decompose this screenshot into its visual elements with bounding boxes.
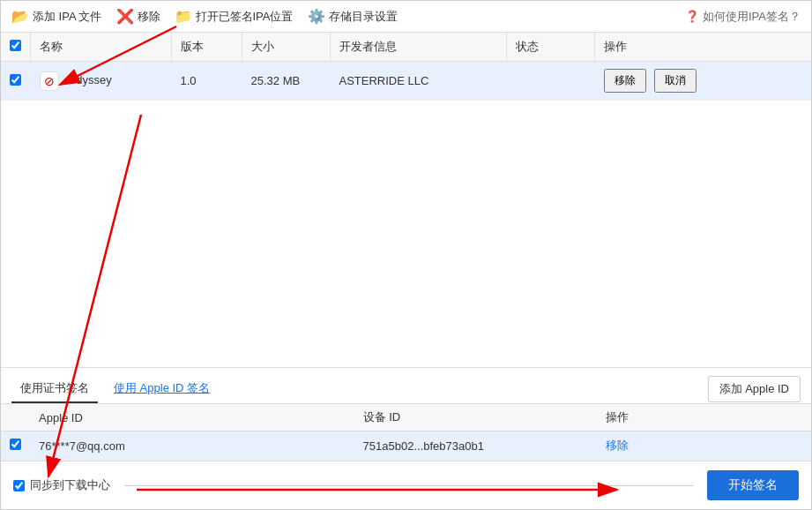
add-ipa-label: 添加 IPA 文件 bbox=[33, 9, 102, 25]
row-size-cell: 25.32 MB bbox=[242, 62, 331, 101]
row-name-cell: ⊘ Odyssey bbox=[31, 62, 172, 101]
col-header-version: 版本 bbox=[172, 33, 242, 62]
select-all-checkbox[interactable] bbox=[10, 40, 21, 51]
app-icon-glyph: ⊘ bbox=[44, 74, 55, 88]
apple-id-remove-link[interactable]: 移除 bbox=[606, 439, 629, 452]
col-header-op: 操作 bbox=[595, 33, 812, 62]
settings-label: 存储目录设置 bbox=[329, 9, 398, 25]
apple-id-value: 76****7@qq.com bbox=[39, 439, 125, 453]
apple-id-cell: 76****7@qq.com bbox=[30, 431, 354, 461]
remove-label: 移除 bbox=[138, 9, 160, 25]
open-signed-button[interactable]: 📁 打开已签名IPA位置 bbox=[175, 8, 294, 25]
tab-cert-sign[interactable]: 使用证书签名 bbox=[11, 375, 98, 403]
remove-button[interactable]: ❌ 移除 bbox=[116, 8, 160, 25]
add-ipa-button[interactable]: 📂 添加 IPA 文件 bbox=[11, 8, 102, 25]
footer-divider bbox=[124, 485, 693, 486]
table-row: ⊘ Odyssey 1.0 25.32 MB ASTERRIDE LLC 移除 … bbox=[1, 62, 811, 101]
apple-id-col-check bbox=[1, 404, 30, 431]
toolbar: 📂 添加 IPA 文件 ❌ 移除 📁 打开已签名IPA位置 ⚙️ 存储目录设置 … bbox=[1, 1, 811, 33]
tab-cert-sign-label: 使用证书签名 bbox=[20, 381, 89, 394]
remove-icon: ❌ bbox=[116, 8, 134, 25]
row-name: Odyssey bbox=[67, 73, 112, 86]
device-id-col-header: 设备 ID bbox=[354, 404, 598, 431]
row-cancel-button[interactable]: 取消 bbox=[654, 69, 697, 93]
sign-tabs: 使用证书签名 使用 Apple ID 签名 添加 Apple ID bbox=[1, 368, 811, 404]
start-sign-button[interactable]: 开始签名 bbox=[707, 470, 799, 500]
device-id-value: 751a5b02...bfeb73a0b1 bbox=[363, 439, 484, 453]
col-header-status: 状态 bbox=[507, 33, 595, 62]
row-developer: ASTERRIDE LLC bbox=[339, 74, 429, 87]
row-status-cell bbox=[507, 62, 595, 101]
apple-id-op-col-header: 操作 bbox=[597, 404, 811, 431]
row-developer-cell: ASTERRIDE LLC bbox=[331, 62, 507, 101]
open-icon: 📁 bbox=[175, 8, 192, 25]
row-checkbox[interactable] bbox=[10, 74, 21, 86]
main-window: 📂 添加 IPA 文件 ❌ 移除 📁 打开已签名IPA位置 ⚙️ 存储目录设置 … bbox=[0, 0, 812, 510]
open-label: 打开已签名IPA位置 bbox=[196, 9, 294, 25]
help-label: 如何使用IPA签名？ bbox=[703, 9, 801, 25]
apple-id-row-checkbox[interactable] bbox=[10, 439, 21, 450]
sync-label: 同步到下载中心 bbox=[30, 477, 110, 493]
ipa-table-area: 名称 版本 大小 开发者信息 状态 操作 ⊘ Odyssey 1.0 25.32 bbox=[1, 33, 811, 367]
help-button[interactable]: ❓ 如何使用IPA签名？ bbox=[685, 9, 801, 25]
apple-id-col-header: Apple ID bbox=[30, 404, 354, 431]
help-icon: ❓ bbox=[685, 10, 699, 23]
settings-icon: ⚙️ bbox=[308, 8, 325, 25]
apple-id-table: Apple ID 设备 ID 操作 76****7@qq.com 751a5b0… bbox=[1, 404, 811, 461]
row-checkbox-cell[interactable] bbox=[1, 62, 31, 101]
col-header-name: 名称 bbox=[31, 33, 172, 62]
app-icon: ⊘ bbox=[40, 71, 59, 91]
row-version: 1.0 bbox=[181, 74, 197, 87]
sync-checkbox[interactable] bbox=[13, 480, 25, 491]
col-header-check[interactable] bbox=[1, 33, 31, 62]
tab-apple-id-sign-label: 使用 Apple ID 签名 bbox=[114, 381, 210, 394]
tab-apple-id-sign[interactable]: 使用 Apple ID 签名 bbox=[105, 375, 219, 403]
col-header-developer: 开发者信息 bbox=[331, 33, 507, 62]
empty-area bbox=[1, 101, 811, 367]
add-apple-id-button[interactable]: 添加 Apple ID bbox=[708, 376, 801, 402]
ipa-table: 名称 版本 大小 开发者信息 状态 操作 ⊘ Odyssey 1.0 25.32 bbox=[1, 33, 811, 101]
apple-id-op-cell: 移除 bbox=[597, 431, 811, 461]
device-id-cell: 751a5b02...bfeb73a0b1 bbox=[354, 431, 598, 461]
apple-id-row: 76****7@qq.com 751a5b02...bfeb73a0b1 移除 bbox=[1, 431, 811, 461]
sync-checkbox-area: 同步到下载中心 bbox=[13, 477, 110, 493]
bottom-section: 使用证书签名 使用 Apple ID 签名 添加 Apple ID Apple … bbox=[1, 367, 811, 509]
add-ipa-icon: 📂 bbox=[11, 8, 29, 25]
settings-button[interactable]: ⚙️ 存储目录设置 bbox=[308, 8, 398, 25]
row-remove-button[interactable]: 移除 bbox=[604, 69, 646, 93]
row-version-cell: 1.0 bbox=[172, 62, 242, 101]
footer: 同步到下载中心 开始签名 bbox=[1, 461, 811, 509]
apple-id-check-cell[interactable] bbox=[1, 431, 30, 461]
col-header-size: 大小 bbox=[242, 33, 331, 62]
row-size: 25.32 MB bbox=[251, 74, 301, 87]
row-op-cell: 移除 取消 bbox=[595, 62, 812, 101]
